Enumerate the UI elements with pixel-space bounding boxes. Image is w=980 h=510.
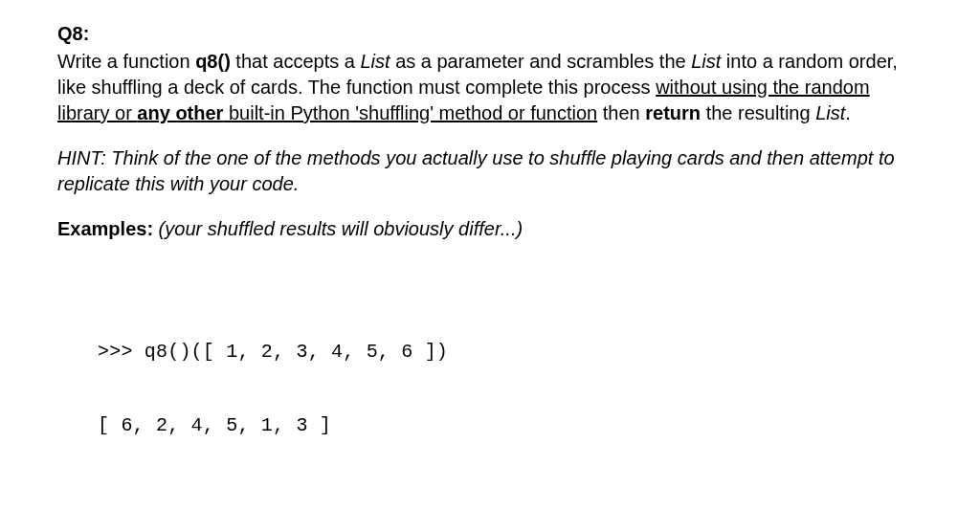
constraint-emphasis: any other xyxy=(137,102,223,123)
list-term: List xyxy=(360,51,390,72)
question-description: Write a function q8() that accepts a Lis… xyxy=(57,49,923,126)
examples-label-note: (your shuffled results will obviously di… xyxy=(153,218,523,239)
text-segment: Write a function xyxy=(57,51,195,72)
examples-label-bold: Examples: xyxy=(57,218,153,239)
code-examples: >>> q8()([ 1, 2, 3, 4, 5, 6 ]) [ 6, 2, 4… xyxy=(98,242,923,510)
text-segment: . xyxy=(845,102,851,123)
examples-heading: Examples: (your shuffled results will ob… xyxy=(57,216,923,242)
text-segment: the resulting xyxy=(701,102,815,123)
text-segment: as a parameter and scrambles the xyxy=(390,51,692,72)
list-term: List xyxy=(815,102,845,123)
function-name: q8() xyxy=(195,51,231,72)
code-input: >>> q8()([ 1, 2, 3, 4, 5, 6 ]) xyxy=(98,340,923,365)
constraint-text: built-in Python 'shuffling' method or fu… xyxy=(223,102,597,123)
example-1: >>> q8()([ 1, 2, 3, 4, 5, 6 ]) [ 6, 2, 4… xyxy=(98,291,923,487)
text-segment: then xyxy=(597,102,645,123)
question-heading: Q8: xyxy=(57,21,923,47)
return-keyword: return xyxy=(645,102,701,123)
hint-text: HINT: Think of the one of the methods yo… xyxy=(57,145,923,197)
code-output: [ 6, 2, 4, 5, 1, 3 ] xyxy=(98,413,923,438)
list-term: List xyxy=(691,51,721,72)
text-segment: that accepts a xyxy=(231,51,361,72)
